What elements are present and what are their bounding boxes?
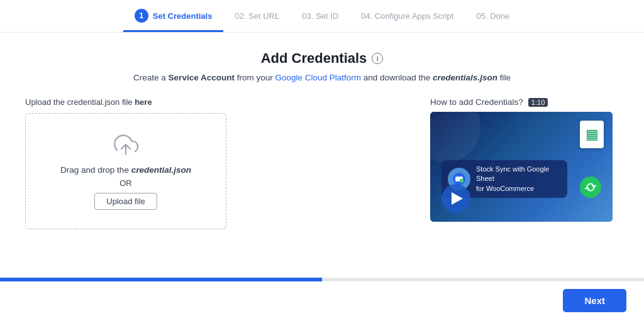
- step-configure-apps-script[interactable]: 04. Configure Apps Script: [350, 11, 465, 30]
- step-label: 02. Set URL: [235, 11, 279, 21]
- drag-text: Drag and drop the credential.json: [60, 165, 191, 175]
- bottom-actions: Next: [0, 281, 644, 321]
- play-button[interactable]: [441, 184, 470, 213]
- video-section: How to add Credentials? 1:10 ▦: [430, 97, 619, 222]
- content-row: Upload the credential.json file here Dra…: [25, 97, 619, 229]
- video-label-row: How to add Credentials? 1:10: [430, 97, 619, 107]
- google-sheet-icon: ▦: [580, 121, 604, 148]
- stepper: 1 Set Credentials 02. Set URL 03. Set ID…: [0, 0, 644, 33]
- step-label: 04. Configure Apps Script: [361, 11, 453, 21]
- dropzone[interactable]: Drag and drop the credential.json OR Upl…: [25, 113, 226, 229]
- step-label: 03. Set ID: [302, 11, 338, 21]
- page-subtitle: Create a Service Account from your Googl…: [133, 73, 511, 82]
- step-set-id[interactable]: 03. Set ID: [291, 11, 350, 30]
- step-label: Set Credentials: [153, 11, 213, 21]
- or-text: OR: [119, 178, 132, 188]
- video-thumbnail[interactable]: ▦ ✓ Stock Sync with Google Sheet: [430, 112, 613, 222]
- step-done[interactable]: 05. Done: [465, 11, 521, 30]
- info-icon[interactable]: i: [372, 53, 383, 64]
- step-label: 05. Done: [476, 11, 509, 21]
- step-set-url[interactable]: 02. Set URL: [223, 11, 291, 30]
- next-button[interactable]: Next: [563, 289, 626, 312]
- upload-cloud-icon: [113, 133, 139, 159]
- svg-text:✓: ✓: [461, 179, 464, 183]
- plugin-text: Stock Sync with Google Sheet for WooComm…: [476, 165, 558, 193]
- video-duration: 1:10: [528, 98, 548, 107]
- bottom-bar: Next: [0, 278, 644, 321]
- sync-icon: [580, 177, 601, 198]
- upload-label: Upload the credential.json file here: [25, 97, 392, 107]
- upload-section: Upload the credential.json file here Dra…: [25, 97, 392, 229]
- upload-file-button[interactable]: Upload file: [94, 193, 157, 210]
- page-title-text: Add Credentials: [261, 50, 367, 67]
- page-title: Add Credentials i: [261, 50, 384, 67]
- video-label: How to add Credentials?: [430, 97, 523, 107]
- play-triangle-icon: [452, 192, 463, 205]
- step-number: 1: [135, 9, 148, 23]
- gcp-link[interactable]: Google Cloud Platform: [275, 73, 361, 82]
- step-set-credentials[interactable]: 1 Set Credentials: [123, 9, 224, 32]
